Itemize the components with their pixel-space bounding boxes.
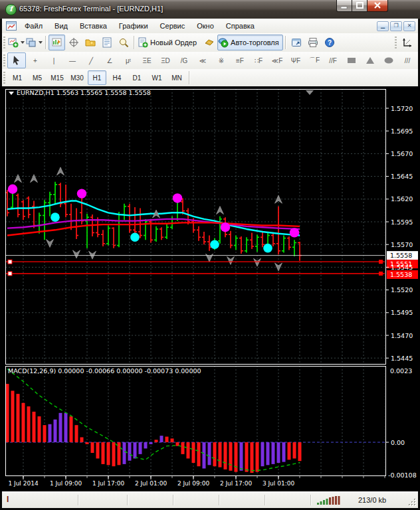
menu-Графики[interactable]: Графики bbox=[113, 20, 154, 32]
new-order-label: Новый Ордер bbox=[148, 39, 200, 46]
mdi-close-button[interactable]: ✕ bbox=[403, 21, 415, 31]
new-order-button[interactable]: Новый Ордер bbox=[137, 35, 201, 50]
macd-histogram-bar bbox=[251, 442, 254, 473]
gann-line-tool[interactable]: /G bbox=[175, 52, 193, 68]
timeframe-M30-button[interactable]: M30 bbox=[68, 70, 86, 85]
toolbar-grip[interactable] bbox=[3, 72, 6, 84]
ellipse-tool[interactable] bbox=[379, 52, 398, 68]
macd-histogram-bar bbox=[11, 390, 15, 442]
auto-trading-button[interactable]: Авто-торговля bbox=[217, 35, 283, 50]
data-window-button[interactable] bbox=[98, 35, 115, 50]
chart-document-icon[interactable] bbox=[6, 21, 17, 31]
ellipse-icon bbox=[383, 55, 394, 66]
signal-dot-magenta bbox=[8, 185, 17, 194]
timeframe-MN-button[interactable]: MN bbox=[167, 70, 186, 85]
macd-histogram-bar bbox=[80, 437, 84, 442]
vertical-line-tool[interactable]: | bbox=[45, 52, 63, 68]
application-window: f 65378: FreshForex Terminal - [EURNZD,H… bbox=[0, 0, 420, 510]
timeframe-H1-button[interactable]: H1 bbox=[88, 70, 106, 85]
dropdown-arrow-icon[interactable] bbox=[39, 41, 43, 44]
minimize-button[interactable] bbox=[336, 0, 352, 12]
timeframe-H4-button[interactable]: H4 bbox=[108, 70, 126, 85]
window-controls bbox=[336, 0, 388, 12]
fibo-timezones-tool[interactable]: ≡F bbox=[231, 52, 249, 68]
menu-Файл[interactable]: Файл bbox=[19, 20, 49, 32]
search-button[interactable] bbox=[115, 35, 132, 50]
help-icon: ? bbox=[324, 37, 335, 48]
svg-text:2 Jul 01:00: 2 Jul 01:00 bbox=[135, 480, 167, 487]
timeframe-D1-button[interactable]: D1 bbox=[128, 70, 146, 85]
fullscreen-button[interactable] bbox=[288, 35, 305, 50]
new-chart-button[interactable] bbox=[7, 35, 25, 50]
triangle-tool[interactable] bbox=[361, 52, 379, 68]
menu-Сервис[interactable]: Сервис bbox=[154, 20, 191, 32]
macd-histogram-bar bbox=[203, 442, 206, 468]
timeframe-M5-button[interactable]: M5 bbox=[28, 70, 47, 85]
andrews-pitchfork-tool[interactable]: ΨF bbox=[286, 52, 305, 68]
menu-Вид[interactable]: Вид bbox=[49, 20, 74, 32]
line-handle[interactable] bbox=[379, 260, 383, 264]
trendline-tool[interactable]: ╱ bbox=[82, 52, 100, 68]
fibo-arcs-tool[interactable]: ⌒F bbox=[305, 52, 324, 68]
fibo-retracement-tool[interactable]: ΞD bbox=[156, 52, 175, 68]
line-handle[interactable] bbox=[379, 272, 383, 276]
macd-histogram-bar bbox=[64, 413, 68, 442]
toolbar-grip[interactable] bbox=[394, 37, 397, 48]
menu-Вставка[interactable]: Вставка bbox=[74, 20, 113, 32]
chart-shift-button[interactable] bbox=[49, 35, 65, 50]
rectangle-tool[interactable] bbox=[342, 52, 361, 68]
profiles-icon bbox=[26, 37, 37, 48]
print-button[interactable] bbox=[305, 35, 322, 50]
line-handle[interactable] bbox=[8, 272, 12, 276]
crosshair-cursor-button[interactable] bbox=[65, 35, 82, 50]
parallel-channel-tool[interactable]: /// bbox=[398, 52, 417, 68]
resize-grip[interactable] bbox=[408, 498, 417, 507]
signal-dot-magenta bbox=[77, 189, 86, 198]
horizontal-line-tool[interactable]: — bbox=[63, 52, 82, 68]
menu-Окно[interactable]: Окно bbox=[191, 20, 220, 32]
fibo-fan-tool[interactable]: ≪F bbox=[268, 52, 286, 68]
macd-histogram-bar bbox=[27, 406, 31, 442]
crosshair-cursor-icon bbox=[68, 37, 79, 48]
macd-histogram-bar bbox=[22, 403, 25, 442]
cursor-tool[interactable] bbox=[7, 52, 26, 68]
window-title: 65378: FreshForex Terminal - [EURNZD,H1] bbox=[19, 5, 163, 13]
help-button[interactable]: ? bbox=[322, 35, 338, 50]
statusbar-separator bbox=[78, 495, 79, 505]
timeframe-M1-button[interactable]: M1 bbox=[8, 70, 27, 85]
maximize-button[interactable] bbox=[352, 0, 368, 12]
macd-histogram-bar bbox=[298, 442, 302, 461]
timeframe-M15-button[interactable]: M15 bbox=[48, 70, 66, 85]
profiles-button[interactable] bbox=[25, 35, 43, 50]
toolbar-grip[interactable] bbox=[3, 54, 6, 66]
macd-histogram-bar bbox=[123, 442, 126, 464]
search-icon bbox=[118, 37, 129, 48]
axes-setup-button[interactable] bbox=[399, 35, 415, 50]
toolbar-grip[interactable] bbox=[3, 37, 6, 48]
line-handle[interactable] bbox=[8, 260, 12, 264]
mdi-minimize-button[interactable]: ▁ bbox=[377, 21, 389, 31]
fibo-expansion-tool[interactable]: ΞE bbox=[138, 52, 156, 68]
macd-histogram-bar bbox=[91, 442, 94, 453]
title-bar[interactable]: f 65378: FreshForex Terminal - [EURNZD,H… bbox=[0, 0, 420, 19]
menu-Справка[interactable]: Справка bbox=[220, 20, 261, 32]
dropdown-arrow-icon[interactable] bbox=[21, 41, 25, 44]
close-button[interactable] bbox=[368, 0, 388, 12]
fibo-channel-tool[interactable]: //F bbox=[324, 52, 342, 68]
drawing-toolbar: +|—╱∠μᵗΞEΞD/G≪※≡F∷F≪FΨF⌒F//F/// bbox=[2, 52, 418, 70]
svg-text:1.5558: 1.5558 bbox=[390, 252, 412, 259]
gann-fan-tool[interactable]: ≪ bbox=[193, 52, 212, 68]
price-chart[interactable]: 1.55581.55511.55381.57201.56951.56701.56… bbox=[0, 86, 420, 491]
gann-grid-tool[interactable]: ※ bbox=[212, 52, 231, 68]
crosshair-tool[interactable]: + bbox=[26, 52, 45, 68]
expert-properties-button[interactable] bbox=[201, 35, 217, 50]
linear-regression-tool[interactable]: μᵗ bbox=[119, 52, 138, 68]
angle-trendline-tool[interactable]: ∠ bbox=[100, 52, 119, 68]
svg-text:1.5670: 1.5670 bbox=[391, 150, 413, 157]
chart-window[interactable]: 1.55581.55511.55381.57201.56951.56701.56… bbox=[2, 86, 418, 491]
mdi-restore-button[interactable]: ❐ bbox=[390, 21, 402, 31]
fibo-grid-tool[interactable]: ∷F bbox=[249, 52, 268, 68]
macd-histogram-bar bbox=[54, 420, 57, 442]
favorites-button[interactable] bbox=[82, 35, 98, 50]
timeframe-W1-button[interactable]: W1 bbox=[148, 70, 166, 85]
